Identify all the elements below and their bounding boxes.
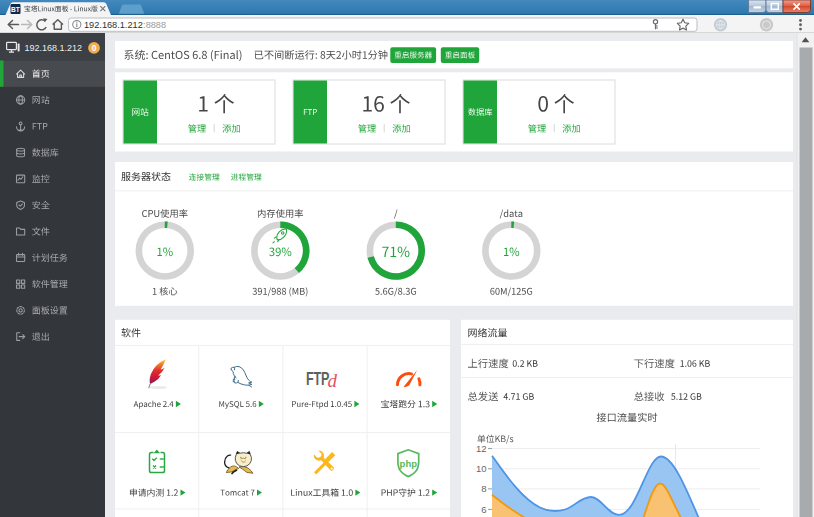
svg-text:192.168.1.212: 192.168.1.212 (25, 43, 83, 53)
svg-text:12: 12 (476, 443, 487, 454)
svg-text:0: 0 (92, 43, 97, 53)
svg-text::8888: :8888 (143, 20, 166, 30)
svg-text:php: php (400, 458, 418, 469)
svg-text:BT: BT (11, 6, 20, 13)
svg-text:8: 8 (481, 483, 486, 494)
svg-text:d: d (328, 370, 338, 391)
svg-text:6: 6 (481, 504, 486, 515)
svg-text:FTP: FTP (306, 368, 329, 388)
svg-text:10: 10 (476, 463, 487, 474)
svg-text:192.168.1.212: 192.168.1.212 (84, 20, 143, 30)
